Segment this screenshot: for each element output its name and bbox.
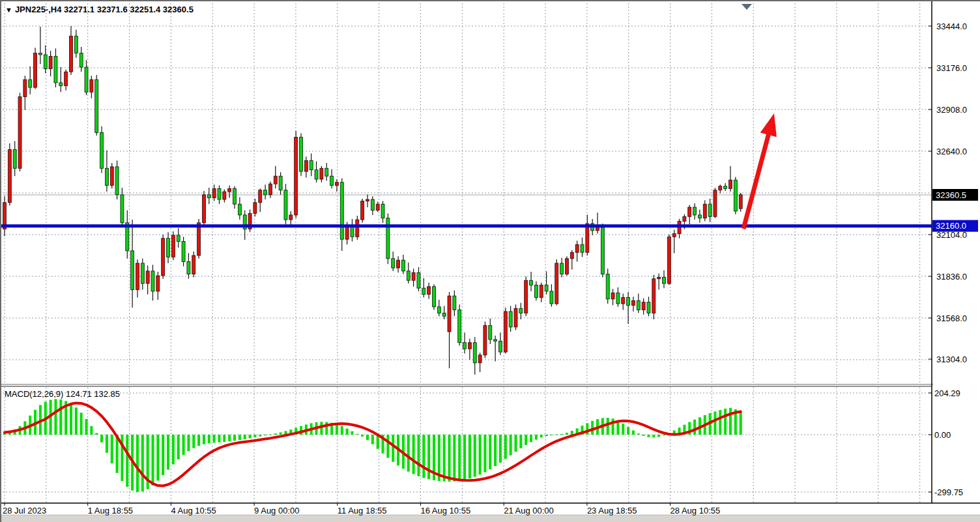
macd-histogram-bar: [663, 435, 665, 435]
candle-bullish: [345, 226, 349, 240]
candle-bullish: [728, 180, 732, 188]
candle-bullish: [667, 237, 670, 283]
candle-bullish: [570, 252, 573, 259]
candle-bullish: [197, 223, 201, 255]
candle-bearish: [519, 308, 523, 313]
candle-bearish: [386, 218, 390, 259]
macd-histogram-bar: [724, 409, 727, 435]
candle-bullish: [356, 220, 359, 237]
symbol-dropdown-icon[interactable]: ▼: [5, 6, 12, 14]
macd-histogram-bar: [75, 407, 78, 435]
macd-histogram-bar: [535, 435, 538, 440]
candle-bullish: [136, 263, 139, 290]
macd-histogram-bar: [392, 435, 394, 462]
candle-bullish: [274, 176, 277, 184]
macd-histogram-bar: [182, 435, 185, 455]
macd-histogram-bar: [203, 435, 205, 444]
macd-histogram-bar: [586, 423, 588, 435]
trend-arrow-shaft[interactable]: [743, 131, 770, 229]
macd-histogram-bar: [106, 435, 108, 453]
macd-histogram-bar: [192, 435, 195, 448]
macd-histogram-bar: [519, 435, 522, 448]
title-symbol-period: JPN225-,H4: [15, 5, 62, 14]
panel-separator-bottom[interactable]: [1, 386, 932, 387]
candle-bullish: [223, 192, 226, 199]
candle-bullish: [23, 80, 27, 96]
candle-bearish: [534, 285, 538, 297]
chart-canvas[interactable]: 33444.033176.032908.032640.032104.031836…: [1, 1, 980, 522]
candle-bullish: [295, 138, 298, 215]
macd-histogram-bar: [713, 411, 716, 435]
macd-histogram-bar: [126, 435, 128, 487]
macd-histogram-bar: [555, 435, 558, 435]
macd-histogram-bar: [152, 435, 154, 486]
candle-bullish: [575, 244, 579, 252]
macd-histogram-bar: [468, 435, 471, 478]
candle-bearish: [560, 263, 564, 274]
macd-signal-line: [5, 403, 741, 486]
candle-bearish: [300, 138, 303, 172]
candle-bullish: [596, 227, 599, 231]
candle-bullish: [703, 204, 706, 218]
candle-bullish: [525, 280, 528, 313]
candle-bearish: [545, 285, 548, 291]
chart-shift-marker-icon: [742, 4, 752, 10]
bid-price-label: 32360.5: [936, 190, 966, 200]
macd-histogram-bar: [197, 435, 200, 446]
macd-histogram-bar: [489, 435, 491, 469]
candle-bearish: [315, 170, 318, 179]
macd-histogram-bar: [453, 435, 455, 482]
candle-bearish: [417, 272, 420, 288]
macd-histogram-bar: [238, 435, 241, 440]
macd-histogram-bar: [274, 433, 277, 435]
support-level-label: 32160.0: [936, 221, 966, 231]
macd-histogram-bar: [729, 408, 732, 435]
macd-axis-label: -299.75: [934, 487, 963, 497]
candle-bullish: [49, 56, 52, 68]
candle-bullish: [412, 272, 415, 280]
price-axis-label: 32640.0: [936, 147, 967, 156]
candle-bearish: [54, 56, 57, 83]
macd-histogram-bar: [719, 410, 721, 435]
candle-bearish: [79, 53, 83, 67]
candle-bearish: [330, 176, 334, 185]
candle-bearish: [550, 291, 553, 304]
macd-histogram-bar: [253, 435, 256, 437]
candle-bullish: [739, 195, 742, 209]
window-bottom-strip: [1, 515, 980, 522]
candle-bullish: [146, 271, 149, 283]
candle-bearish: [734, 180, 737, 211]
macd-histogram-bar: [80, 413, 83, 435]
price-axis-label: 32908.0: [936, 105, 967, 115]
macd-values: 124.71 132.85: [66, 389, 120, 399]
price-axis-label: 33444.0: [936, 22, 967, 31]
candle-bearish: [693, 207, 697, 215]
candle-bearish: [100, 132, 104, 168]
candle-bullish: [366, 199, 369, 201]
chart-window: 33444.033176.032908.032640.032104.031836…: [0, 0, 980, 522]
candle-bearish: [238, 204, 241, 215]
candle-bearish: [182, 242, 185, 262]
candle-bullish: [304, 160, 308, 171]
candle-bearish: [647, 302, 650, 313]
candle-bearish: [351, 226, 354, 237]
macd-histogram-bar: [483, 435, 486, 472]
candle-bearish: [59, 83, 63, 86]
macd-histogram-bar: [550, 435, 553, 435]
candle-bullish: [65, 72, 68, 85]
trend-arrow-head[interactable]: [760, 113, 777, 137]
time-axis-label: 9 Aug 00:00: [254, 506, 299, 515]
macd-histogram-bar: [647, 435, 650, 437]
candle-bearish: [340, 182, 343, 239]
price-axis-label: 33176.0: [936, 63, 967, 73]
candle-bearish: [601, 227, 604, 274]
macd-histogram-bar: [264, 435, 267, 435]
candle-bullish: [504, 312, 507, 352]
macd-histogram-bar: [85, 419, 88, 435]
candle-bearish: [74, 36, 78, 53]
candle-bullish: [713, 190, 717, 217]
macd-histogram-bar: [269, 435, 272, 435]
time-axis-label: 28 Aug 10:55: [670, 506, 721, 515]
candle-bearish: [494, 340, 497, 341]
macd-histogram-bar: [740, 411, 742, 435]
